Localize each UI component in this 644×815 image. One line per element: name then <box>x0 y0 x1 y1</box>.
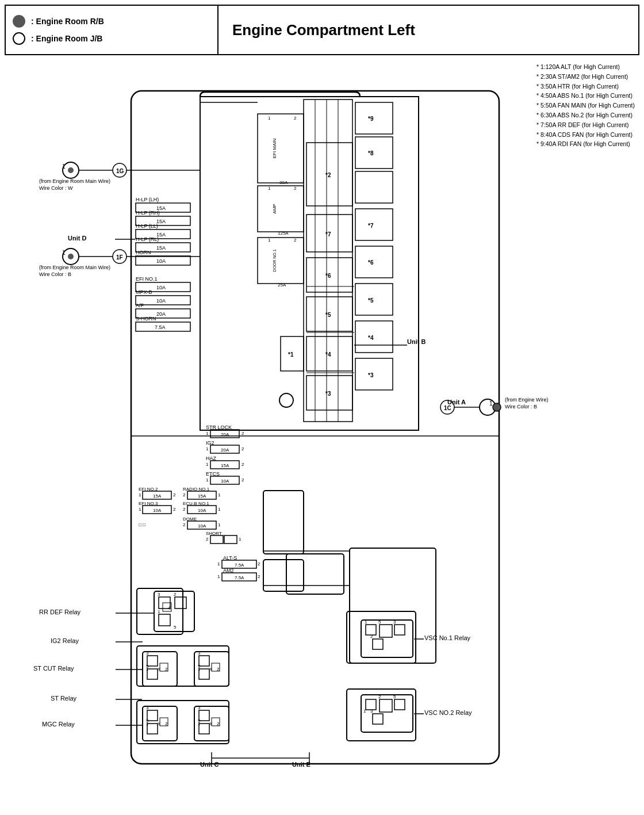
svg-text:2: 2 <box>258 574 260 579</box>
header-title: Engine Compartment Left <box>218 6 638 54</box>
svg-text:H-LP (LH): H-LP (LH) <box>136 197 159 202</box>
svg-rect-189 <box>199 724 209 734</box>
svg-text:(from Engine Room Main Wire): (from Engine Room Main Wire) <box>39 265 110 270</box>
svg-text:1: 1 <box>158 609 160 614</box>
header: : Engine Room R/B : Engine Room J/B Engi… <box>5 5 639 55</box>
svg-text:1: 1 <box>206 477 209 483</box>
svg-rect-202 <box>373 639 383 649</box>
svg-text:MPX-B: MPX-B <box>136 289 152 295</box>
svg-text:2: 2 <box>294 186 297 191</box>
svg-text:*6: *6 <box>368 259 374 266</box>
svg-text:3: 3 <box>198 705 201 710</box>
svg-rect-157 <box>147 656 158 666</box>
jib-icon <box>13 32 25 45</box>
svg-text:2: 2 <box>241 446 244 451</box>
svg-text:1: 1 <box>489 400 493 407</box>
svg-rect-16 <box>258 238 304 284</box>
svg-text:*9: *9 <box>368 116 374 122</box>
jib-row: : Engine Room J/B <box>13 32 210 45</box>
svg-text:3: 3 <box>198 651 201 656</box>
svg-text:*4: *4 <box>325 351 331 358</box>
svg-rect-21 <box>355 102 393 134</box>
svg-text:ST Relay: ST Relay <box>51 695 77 702</box>
svg-rect-201 <box>394 625 405 635</box>
svg-text:2: 2 <box>183 522 186 527</box>
svg-text:2: 2 <box>241 477 244 483</box>
svg-text:*1: *1 <box>288 351 294 358</box>
svg-text:2: 2 <box>183 492 186 498</box>
svg-rect-127 <box>210 535 223 544</box>
svg-text:2: 2 <box>241 462 244 467</box>
svg-rect-180 <box>147 724 158 734</box>
svg-point-226 <box>68 167 74 173</box>
svg-rect-27 <box>355 171 393 203</box>
svg-text:4: 4 <box>168 605 171 611</box>
svg-text:A/F: A/F <box>136 303 144 308</box>
svg-text:10A: 10A <box>198 508 206 513</box>
svg-rect-166 <box>199 656 209 666</box>
svg-rect-128 <box>224 535 237 544</box>
rib-label: : Engine Room R/B <box>31 17 104 26</box>
svg-rect-263 <box>263 491 304 554</box>
svg-text:1: 1 <box>217 561 220 567</box>
svg-text:2: 2 <box>378 694 381 699</box>
svg-point-245 <box>493 403 501 411</box>
svg-text:1: 1 <box>218 507 221 512</box>
svg-text:2: 2 <box>241 431 244 436</box>
svg-text:ST CUT Relay: ST CUT Relay <box>33 665 74 672</box>
svg-text:HORN: HORN <box>136 250 151 255</box>
svg-text:7.5A: 7.5A <box>235 563 244 568</box>
svg-text:15A: 15A <box>198 493 206 499</box>
svg-text:1: 1 <box>198 667 201 672</box>
svg-text:1F: 1F <box>116 254 123 261</box>
svg-text:*7: *7 <box>368 223 374 229</box>
svg-text:2: 2 <box>206 537 209 542</box>
svg-text:1: 1 <box>363 709 366 714</box>
svg-text:7.5A: 7.5A <box>155 324 166 330</box>
svg-text:1: 1 <box>268 116 271 121</box>
svg-text:10A: 10A <box>156 258 166 264</box>
svg-rect-179 <box>147 710 158 721</box>
svg-text:1: 1 <box>206 462 209 467</box>
svg-text:3: 3 <box>158 592 160 597</box>
svg-text:3: 3 <box>146 651 149 656</box>
svg-text:Unit B: Unit B <box>407 338 425 345</box>
svg-text:1C: 1C <box>444 405 451 411</box>
svg-text:*3: *3 <box>368 372 374 378</box>
svg-text:Wire Color : W: Wire Color : W <box>39 185 73 191</box>
svg-rect-269 <box>347 689 416 741</box>
svg-text:*5: *5 <box>368 297 374 304</box>
svg-rect-46 <box>355 358 393 390</box>
svg-rect-167 <box>199 669 209 679</box>
wiring-diagram: EFI MAIN 1 2 30A AMP 1 2 125A DOOR NO.1 … <box>5 62 639 810</box>
svg-rect-1 <box>200 97 419 430</box>
svg-text:1: 1 <box>206 431 209 436</box>
svg-text:3: 3 <box>393 619 396 625</box>
svg-text:1: 1 <box>62 163 66 170</box>
svg-rect-34 <box>355 246 393 278</box>
svg-text:2: 2 <box>183 507 186 512</box>
rib-icon <box>13 15 25 28</box>
svg-text:(from Engine Room Main Wire): (from Engine Room Main Wire) <box>39 178 110 184</box>
svg-text:MGC Relay: MGC Relay <box>42 721 75 728</box>
svg-text:2: 2 <box>370 634 373 639</box>
svg-point-249 <box>279 393 293 407</box>
svg-text:VSC NO.2 Relay: VSC NO.2 Relay <box>424 709 472 716</box>
svg-text:EFI MAIN: EFI MAIN <box>272 138 277 158</box>
svg-text:5: 5 <box>378 619 381 625</box>
svg-text:(from Engine Wire): (from Engine Wire) <box>505 397 549 403</box>
svg-rect-211 <box>379 699 392 712</box>
svg-rect-212 <box>394 699 405 710</box>
svg-text:2: 2 <box>165 667 168 672</box>
svg-rect-23 <box>355 137 393 169</box>
svg-rect-2 <box>304 100 352 422</box>
svg-text:10A: 10A <box>153 508 162 513</box>
svg-text:7.5A: 7.5A <box>235 575 244 580</box>
svg-text:1: 1 <box>146 667 149 672</box>
svg-text:Unit D: Unit D <box>68 235 86 242</box>
svg-text:1: 1 <box>218 522 221 527</box>
svg-rect-267 <box>137 701 229 744</box>
svg-text:5: 5 <box>393 694 396 699</box>
svg-text:Wire Color : B: Wire Color : B <box>39 271 71 277</box>
header-left: : Engine Room R/B : Engine Room J/B <box>6 6 218 54</box>
